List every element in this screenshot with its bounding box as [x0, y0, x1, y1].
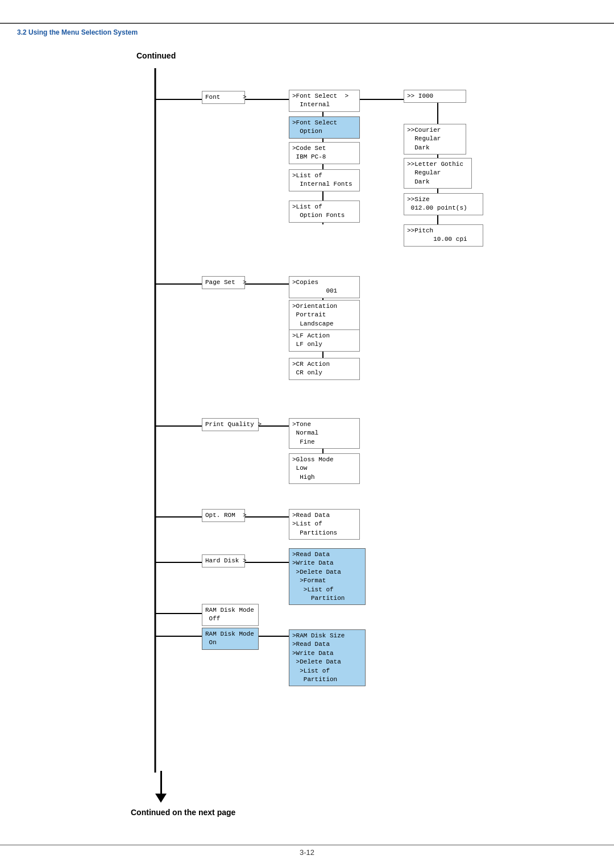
bottom-border [0, 845, 614, 846]
page-set-box: Page Set > [202, 276, 245, 289]
cr-action-box: >CR Action CR only [289, 358, 360, 380]
list-option-box: >List of Option Fonts [289, 201, 360, 223]
lf-action-box: >LF Action LF only [289, 329, 360, 352]
hard-disk-box: Hard Disk > [202, 554, 245, 567]
opt-rom-box: Opt. ROM > [202, 509, 245, 522]
hard-disk-submenu-box: >Read Data >Write Data >Delete Data >For… [289, 548, 366, 605]
ram-disk-submenu-box: >RAM Disk Size >Read Data >Write Data >D… [289, 629, 366, 686]
font-select-option-box: >Font Select Option [289, 116, 360, 139]
opt-rom-submenu-box: >Read Data >List of Partitions [289, 509, 360, 540]
gloss-mode-box: >Gloss Mode Low High [289, 453, 360, 484]
page-number: 3-12 [300, 848, 314, 857]
print-quality-box: Print Quality > [202, 418, 259, 431]
i000-box: >> I000 [404, 90, 466, 103]
font-select-internal-box: >Font Select > Internal [289, 90, 360, 112]
font-box: Font > [202, 91, 245, 104]
ram-disk-off-box: RAM Disk Mode Off [202, 604, 259, 626]
continued-top-label: Continued [136, 51, 176, 60]
ram-disk-on-box: RAM Disk Mode On [202, 628, 259, 650]
copies-box: >Copies 001 [289, 276, 360, 298]
orientation-box: >Orientation Portrait Landscape [289, 300, 360, 331]
section-label: 3.2 Using the Menu Selection System [17, 28, 138, 36]
diagram-container: Continued Continued on the next page [34, 51, 580, 823]
courier-box: >>Courier Regular Dark [404, 124, 466, 155]
top-border [0, 23, 614, 24]
pitch-box: >>Pitch 10.00 cpi [404, 224, 483, 247]
letter-gothic-box: >>Letter Gothic Regular Dark [404, 158, 472, 189]
continued-bottom-label: Continued on the next page [131, 808, 235, 817]
tone-box: >Tone Normal Fine [289, 418, 360, 449]
arrow-down [155, 771, 167, 803]
code-set-box: >Code Set IBM PC-8 [289, 142, 360, 164]
size-box: >>Size 012.00 point(s) [404, 193, 483, 215]
list-internal-box: >List of Internal Fonts [289, 169, 360, 191]
